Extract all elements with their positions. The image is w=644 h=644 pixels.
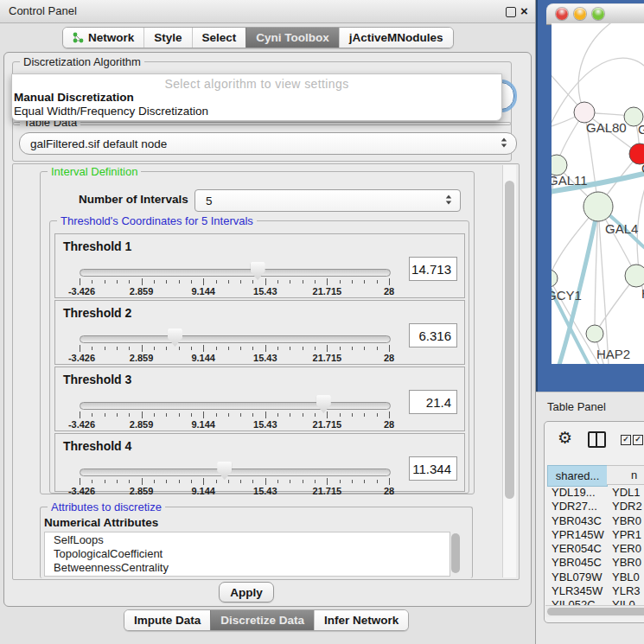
tab-style[interactable]: Style <box>143 28 191 48</box>
tick-mark <box>117 413 118 417</box>
slider-thumb[interactable] <box>217 462 232 480</box>
bottom-tab-discretize-data-label: Discretize Data <box>220 614 304 627</box>
horizontal-scrollbar-track[interactable] <box>545 605 644 617</box>
tab-select[interactable]: Select <box>192 28 246 48</box>
tick-mark <box>364 480 365 483</box>
tick-mark <box>277 280 278 284</box>
checkbox-icon[interactable]: ✓ <box>633 435 643 445</box>
bottom-tab-impute-data[interactable]: Impute Data <box>124 610 210 630</box>
threshold-value-field[interactable]: 6.316 <box>409 323 457 348</box>
spinner-arrows-icon <box>445 194 452 205</box>
table-cell[interactable]: YBR045C <box>547 556 607 570</box>
table-cell[interactable]: YDR27... <box>547 500 607 513</box>
table-row[interactable]: YDL19...YDL1 <box>547 486 644 500</box>
tab-network[interactable]: Network <box>63 28 143 48</box>
table-row[interactable]: YDR27...YDR2 <box>547 500 644 513</box>
network-node-gal4[interactable] <box>583 192 613 221</box>
tick-mark <box>240 347 241 350</box>
table-cell[interactable]: YPR1 <box>607 528 644 542</box>
table-row[interactable]: YER054CYER0 <box>547 542 644 556</box>
table-row[interactable]: YBL079WYBL0 <box>547 571 644 584</box>
traffic-light-minimize[interactable] <box>574 8 586 20</box>
threshold-slider[interactable]: -3.4262.8599.14415.4321.71528 <box>80 461 389 495</box>
gear-icon[interactable]: ⚙ <box>558 428 572 447</box>
table-row[interactable]: YBR043CYBR0 <box>547 514 644 528</box>
vertical-scrollbar-thumb[interactable] <box>505 181 514 499</box>
slider-thumb[interactable] <box>251 262 265 280</box>
control-panel-titlebar: Control Panel × <box>0 0 535 23</box>
slider-track[interactable] <box>80 335 391 343</box>
slider-thumb[interactable] <box>168 328 182 347</box>
apply-button[interactable]: Apply <box>219 582 274 603</box>
network-canvas[interactable]: GAL80GCGAL11GAL4GCY1HHAP2 <box>552 23 644 364</box>
table-row[interactable]: YPR145WYPR1 <box>547 528 644 542</box>
table-data-combobox[interactable]: galFiltered.sif default node <box>19 132 517 155</box>
tab-jactivemnodules[interactable]: jActiveMNodules <box>339 28 453 48</box>
threshold-value-field[interactable]: 21.4 <box>409 390 457 414</box>
network-window-titlebar[interactable] <box>546 3 644 25</box>
horizontal-scrollbar-thumb[interactable] <box>547 608 644 615</box>
bottom-tab-infer-network-label: Infer Network <box>324 614 399 627</box>
number-of-intervals-spinner[interactable]: 5 <box>194 189 461 212</box>
table-row[interactable]: YBR045CYBR0 <box>547 556 644 570</box>
threshold-value-field[interactable]: 11.344 <box>409 456 457 481</box>
threshold-slider[interactable]: -3.4262.8599.14415.4321.71528 <box>80 328 389 362</box>
thresholds-group: Threshold's Coordinates for 5 Intervals … <box>49 220 469 494</box>
table-cell[interactable]: YER0 <box>607 542 644 556</box>
column-header-name[interactable]: n <box>607 465 644 485</box>
tick-mark <box>92 280 92 284</box>
tick-mark <box>389 478 390 485</box>
top-tab-bar: NetworkStyleSelectCyni ToolboxjActiveMNo… <box>62 27 454 48</box>
attribute-list-item[interactable]: BetweennessCentrality <box>45 560 450 574</box>
tick-mark <box>92 347 92 350</box>
table-cell[interactable]: YBR0 <box>607 514 644 528</box>
traffic-light-close[interactable] <box>556 8 568 20</box>
table-cell[interactable]: YPR145W <box>547 528 607 542</box>
network-node-hap2[interactable] <box>586 325 603 342</box>
numerical-attributes-list[interactable]: SelfLoopsTopologicalCoefficientBetweenne… <box>44 532 450 577</box>
threshold-value-field[interactable]: 14.713 <box>409 257 457 281</box>
split-view-icon[interactable] <box>588 431 606 448</box>
table-cell[interactable]: YDR2 <box>607 500 644 513</box>
popup-item-manual-discretization[interactable]: Manual Discretization <box>14 91 498 105</box>
tick-mark <box>327 278 328 285</box>
attributes-list-scrollbar[interactable] <box>451 533 460 573</box>
threshold-slider[interactable]: -3.4262.8599.14415.4321.71528 <box>80 261 389 296</box>
table-cell[interactable]: YBR0 <box>607 556 644 570</box>
traffic-light-zoom[interactable] <box>592 8 604 20</box>
table-row[interactable]: YIL052CYIL0 <box>547 598 644 605</box>
close-icon[interactable]: × <box>520 3 528 18</box>
bottom-tab-infer-network[interactable]: Infer Network <box>314 610 408 630</box>
table-cell[interactable]: YBL0 <box>607 571 644 584</box>
float-icon[interactable] <box>506 7 516 17</box>
table-cell[interactable]: YBL079W <box>547 571 607 584</box>
slider-track[interactable] <box>80 269 391 277</box>
network-node-gcy1[interactable] <box>552 270 558 287</box>
network-node-h[interactable] <box>625 265 644 287</box>
table-cell[interactable]: YER054C <box>547 542 607 556</box>
threshold-slider[interactable]: -3.4262.8599.14415.4321.71528 <box>80 394 389 429</box>
threshold-label: Threshold 3 <box>63 373 131 386</box>
checkbox-icon[interactable]: ✓ <box>621 435 631 445</box>
slider-track[interactable] <box>80 402 391 410</box>
tick-mark <box>129 480 130 483</box>
tick-mark <box>228 413 229 417</box>
tab-cyni-toolbox[interactable]: Cyni Toolbox <box>245 28 339 48</box>
table-cell[interactable]: YLR345W <box>547 584 607 598</box>
table-cell[interactable]: YLR3 <box>607 584 644 598</box>
bottom-tab-discretize-data[interactable]: Discretize Data <box>210 610 314 630</box>
attribute-list-item[interactable]: SelfLoops <box>45 532 450 546</box>
table-cell[interactable]: YDL1 <box>607 486 644 500</box>
table-row[interactable]: YLR345WYLR3 <box>547 584 644 598</box>
tick-mark <box>154 280 155 284</box>
popup-item-equal-width-frequency[interactable]: Equal Width/Frequency Discretization <box>14 105 498 118</box>
table-cell[interactable]: YIL0 <box>607 598 644 605</box>
column-header-shared-name[interactable]: shared... <box>547 465 608 487</box>
table-cell[interactable]: YBR043C <box>547 514 607 528</box>
table-cell[interactable]: YIL052C <box>547 598 607 605</box>
slider-track[interactable] <box>80 469 391 476</box>
slider-thumb[interactable] <box>316 395 331 413</box>
table-cell[interactable]: YDL19... <box>547 486 607 500</box>
vertical-scrollbar-track[interactable] <box>502 165 516 577</box>
attribute-list-item[interactable]: TopologicalCoefficient <box>45 546 450 560</box>
